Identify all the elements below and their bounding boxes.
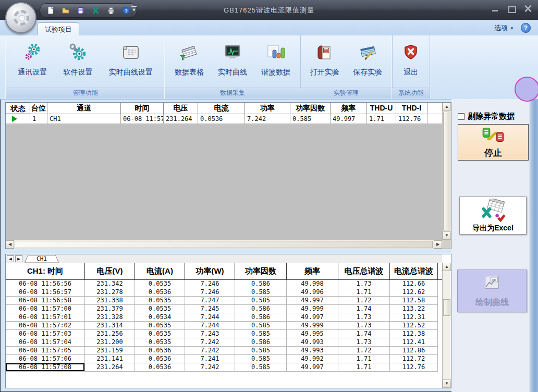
data-cell[interactable]: 7.245	[185, 305, 235, 313]
data-cell[interactable]: 06-08 11:57:00	[6, 305, 85, 313]
table-row[interactable]: 06-08 11:57:06231.1410.05367.2410.58549.…	[6, 355, 442, 363]
status-table-data-row[interactable]: 1CH106-08 11:57:08231.2640.05367.2420.58…	[6, 114, 442, 124]
data-cell[interactable]: 0.0536	[135, 288, 185, 297]
data-cell[interactable]: 231.256	[85, 330, 135, 338]
data-cell[interactable]: 49.998	[287, 280, 338, 288]
data-cell[interactable]: 112.58	[390, 297, 438, 305]
sheet-prev-button[interactable]: ◀	[7, 255, 14, 262]
data-cell[interactable]: 0.0534	[135, 313, 185, 322]
status-cell-6[interactable]: 7.242	[245, 114, 290, 124]
table-row[interactable]: 06-08 11:57:04231.2000.05357.2420.58649.…	[6, 338, 442, 347]
data-cell[interactable]: 0.585	[235, 347, 287, 355]
scroll-down-button[interactable]: ▼	[443, 231, 451, 240]
realtime-curve-settings-button[interactable]: 实时曲线设置	[105, 39, 157, 88]
data-cell[interactable]: 49.993	[287, 347, 338, 355]
scroll-down-button[interactable]: ▼	[443, 379, 451, 388]
options-menu[interactable]: 选项 ▼	[494, 23, 514, 33]
status-col-header-3[interactable]: 时间	[121, 103, 164, 114]
data-cell[interactable]: 231.200	[85, 338, 135, 347]
table-row[interactable]: 06-08 11:56:58231.3380.05357.2470.58549.…	[6, 297, 442, 305]
status-col-header-0[interactable]: 状态	[6, 103, 30, 114]
data-cell[interactable]: 49.995	[287, 330, 338, 338]
data-cell[interactable]: 1.74	[338, 330, 390, 338]
data-cell[interactable]: 0.585	[235, 297, 287, 305]
data-cell[interactable]: 0.585	[235, 288, 287, 297]
status-col-header-9[interactable]: THD-U	[367, 103, 396, 114]
realtime-curve-button[interactable]: 实时曲线	[214, 39, 251, 88]
data-cell[interactable]: 231.141	[85, 355, 135, 363]
status-cell-1[interactable]: 1	[30, 114, 47, 124]
open-experiment-button[interactable]: 打开实验	[306, 39, 344, 88]
sheet-next-button[interactable]: ▶	[15, 255, 22, 262]
data-cell[interactable]: 49.997	[287, 313, 338, 322]
comm-settings-button[interactable]: 通讯设置	[14, 39, 51, 88]
data-cell[interactable]: 06-08 11:57:04	[6, 338, 85, 347]
status-cell-2[interactable]: CH1	[47, 114, 121, 124]
data-cell[interactable]: 06-08 11:57:05	[6, 347, 85, 355]
data-cell[interactable]: 0.0535	[135, 330, 185, 338]
data-cell[interactable]: 49.996	[287, 288, 338, 297]
remove-abnormal-data-option[interactable]: 剔除异常数据	[458, 112, 515, 121]
save-experiment-button[interactable]: 保存实验	[349, 39, 386, 88]
data-cell[interactable]: 0.585	[235, 355, 287, 363]
status-col-header-1[interactable]: 台位	[30, 103, 47, 114]
data-cell[interactable]: 0.586	[235, 280, 287, 288]
export-excel-button[interactable]: 导出为Excel	[459, 197, 527, 235]
scroll-left-button[interactable]: ◀	[6, 240, 14, 249]
data-cell[interactable]: 231.328	[85, 313, 135, 322]
data-cell[interactable]: 0.0536	[135, 355, 185, 363]
data-cell[interactable]: 1.71	[338, 288, 390, 297]
harmonic-data-button[interactable]: 谐波数据	[257, 39, 295, 88]
data-cell[interactable]: 0.0535	[135, 297, 185, 305]
data-cell[interactable]: 7.242	[185, 338, 235, 347]
status-col-header-7[interactable]: 功率因数	[290, 103, 331, 114]
software-settings-button[interactable]: 软件设置	[59, 39, 97, 88]
data-cell[interactable]: 7.246	[185, 280, 235, 288]
status-cell-5[interactable]: 0.0536	[198, 114, 245, 124]
data-cell[interactable]: 112.72	[390, 355, 438, 363]
checkbox[interactable]	[458, 113, 464, 120]
stop-button[interactable]: 停止	[458, 124, 529, 161]
data-cell[interactable]: 49.993	[287, 338, 338, 347]
data-cell[interactable]: 1.71	[338, 355, 390, 363]
table-row[interactable]: 06-08 11:57:00231.3790.05357.2450.58649.…	[6, 305, 442, 313]
data-cell[interactable]: 1.72	[338, 297, 390, 305]
data-cell[interactable]: 1.71	[338, 363, 390, 372]
maximize-button[interactable]	[508, 5, 516, 13]
data-cell[interactable]: 0.585	[235, 363, 287, 372]
data-cell[interactable]: 49.999	[287, 305, 338, 313]
data-cell[interactable]: 1.73	[338, 338, 390, 347]
status-table-horizontal-scrollbar[interactable]: ◀ ▶	[6, 240, 442, 249]
data-cell[interactable]: 0.586	[235, 338, 287, 347]
data-cell[interactable]: 231.338	[85, 297, 135, 305]
data-cell[interactable]: 0.0536	[135, 363, 185, 372]
scrollbar-thumb[interactable]	[443, 112, 450, 230]
data-grid-button[interactable]: 数据表格	[170, 39, 208, 88]
data-cell[interactable]: 06-08 11:57:06	[6, 355, 85, 363]
data-cell[interactable]: 06-08 11:56:56	[6, 280, 85, 288]
data-table-vertical-scrollbar[interactable]: ▲ ▼	[442, 263, 451, 388]
data-cell[interactable]: 0.0535	[135, 338, 185, 347]
data-cell[interactable]: 112.52	[390, 322, 438, 330]
table-row[interactable]: 06-08 11:57:01231.3280.05347.2440.58649.…	[6, 313, 442, 322]
data-cell[interactable]: 1.74	[338, 305, 390, 313]
data-cell[interactable]: 7.247	[185, 297, 235, 305]
scrollbar-thumb[interactable]	[443, 299, 450, 316]
table-row[interactable]: 06-08 11:56:57231.2780.05367.2460.58549.…	[6, 288, 442, 297]
data-cell[interactable]: 0.0535	[135, 305, 185, 313]
data-cell[interactable]: 1.73	[338, 280, 390, 288]
scroll-up-button[interactable]: ▲	[443, 103, 451, 111]
data-cell[interactable]: 7.241	[185, 355, 235, 363]
data-cell[interactable]: 7.242	[185, 347, 235, 355]
data-cell[interactable]: 49.999	[287, 322, 338, 330]
data-cell[interactable]: 0.0535	[135, 322, 185, 330]
status-col-header-10[interactable]: THD-I	[396, 103, 427, 114]
data-cell[interactable]: 231.278	[85, 288, 135, 297]
table-row[interactable]: 06-08 11:57:05231.1590.05367.2420.58549.…	[6, 347, 442, 355]
data-cell[interactable]: 06-08 11:57:08	[6, 363, 85, 372]
data-cell[interactable]: 112.38	[390, 330, 438, 338]
status-cell-7[interactable]: 0.585	[290, 114, 331, 124]
data-cell[interactable]: 7.244	[185, 313, 235, 322]
data-cell[interactable]: 49.997	[287, 297, 338, 305]
data-cell[interactable]: 7.244	[185, 322, 235, 330]
